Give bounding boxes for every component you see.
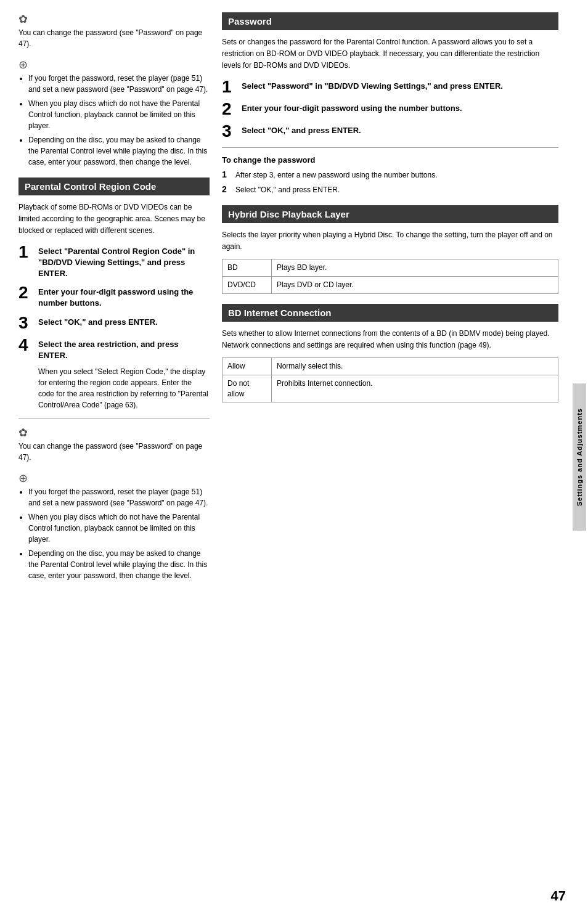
side-tab-label: Settings and Adjustments [573, 383, 586, 531]
side-tab: Settings and Adjustments [571, 0, 588, 914]
note-item: Depending on the disc, you may be asked … [28, 134, 210, 168]
note-item: Depending on the disc, you may be asked … [28, 548, 210, 581]
small-step-text: Select "OK," and press ENTER. [235, 184, 340, 195]
change-step-1: 1 After step 3, enter a new password usi… [222, 169, 558, 181]
step-number: 3 [18, 314, 32, 332]
table-row: Allow Normally select this. [223, 357, 558, 375]
password-step-2: 2 Enter your four-digit password using t… [222, 100, 558, 118]
note-item: If you forget the password, reset the pl… [28, 486, 210, 508]
table-cell-key: Do not allow [223, 375, 272, 402]
step-text: Select "OK," and press ENTER. [38, 314, 158, 328]
password-section-header: Password [222, 12, 558, 30]
step-text: Select "Password" in "BD/DVD Viewing Set… [242, 78, 503, 92]
right-column: Password Sets or changes the password fo… [222, 12, 558, 896]
note-list-2: If you forget the password, reset the pl… [18, 486, 210, 581]
step-number: 2 [222, 100, 235, 118]
step-number: 1 [222, 78, 235, 96]
parental-steps: 1 Select "Parental Control Region Code" … [18, 243, 210, 410]
note-item: When you play discs which do not have th… [28, 98, 210, 131]
note-list-1: If you forget the password, reset the pl… [18, 73, 210, 168]
note-block-1: ⊕ If you forget the password, reset the … [18, 58, 210, 168]
parental-step-2: 2 Enter your four-digit password using t… [18, 284, 210, 309]
step-text: Select "OK," and press ENTER. [242, 123, 361, 136]
table-row: BD Plays BD layer. [223, 259, 558, 276]
change-password-steps: 1 After step 3, enter a new password usi… [222, 169, 558, 195]
password-body-text: Sets or changes the password for the Par… [222, 36, 558, 72]
password-step-1: 1 Select "Password" in "BD/DVD Viewing S… [222, 78, 558, 96]
table-cell-value: Plays DVD or CD layer. [272, 276, 558, 293]
parental-section-header: Parental Control Region Code [18, 177, 210, 195]
table-cell-key: DVD/CD [223, 276, 272, 293]
divider-left [18, 418, 210, 418]
note-block-2: ⊕ If you forget the password, reset the … [18, 471, 210, 581]
bd-internet-table: Allow Normally select this. Do not allow… [222, 357, 558, 402]
step-text: Enter your four-digit password using the… [38, 284, 210, 309]
hybrid-table: BD Plays BD layer. DVD/CD Plays DVD or C… [222, 259, 558, 294]
step-sub-text: When you select "Select Region Code," th… [38, 366, 210, 410]
small-step-text: After step 3, enter a new password using… [235, 169, 438, 181]
bd-internet-body-text: Sets whether to allow Internet connectio… [222, 328, 558, 351]
step-text: Select the area restriction, and press E… [38, 337, 210, 361]
table-cell-key: Allow [223, 357, 272, 375]
table-cell-value: Plays BD layer. [272, 259, 558, 276]
step-number: 4 [18, 337, 32, 354]
small-step-number: 2 [222, 184, 231, 194]
password-step-3: 3 Select "OK," and press ENTER. [222, 123, 558, 140]
tip-block-1: ✿ You can change the password (see "Pass… [18, 12, 210, 49]
small-step-number: 1 [222, 169, 231, 179]
table-cell-value: Normally select this. [272, 357, 558, 375]
bd-internet-section-header: BD Internet Connection [222, 304, 558, 322]
table-row: DVD/CD Plays DVD or CD layer. [223, 276, 558, 293]
hybrid-body-text: Selects the layer priority when playing … [222, 229, 558, 253]
table-cell-value: Prohibits Internet connection. [272, 375, 558, 402]
step-number: 2 [18, 284, 32, 301]
table-cell-key: BD [223, 259, 272, 276]
page-number: 47 [551, 888, 566, 904]
note-item: When you play discs which do not have th… [28, 512, 210, 545]
step-text: Select "Parental Control Region Code" in… [38, 243, 210, 280]
note-icon-2: ⊕ [18, 471, 210, 485]
parental-step-3: 3 Select "OK," and press ENTER. [18, 314, 210, 332]
hybrid-section-header: Hybrid Disc Playback Layer [222, 205, 558, 223]
parental-step-4: 4 Select the area restriction, and press… [18, 337, 210, 361]
change-step-2: 2 Select "OK," and press ENTER. [222, 184, 558, 195]
tip-text-1: You can change the password (see "Passwo… [18, 27, 210, 49]
tip-block-2: ✿ You can change the password (see "Pass… [18, 426, 210, 463]
tip-icon-2: ✿ [18, 426, 210, 439]
step-number: 1 [18, 243, 32, 261]
step-text: Enter your four-digit password using the… [242, 100, 462, 114]
note-icon-1: ⊕ [18, 58, 210, 71]
left-column: ✿ You can change the password (see "Pass… [18, 12, 210, 896]
tip-icon-1: ✿ [18, 12, 210, 26]
table-row: Do not allow Prohibits Internet connecti… [223, 375, 558, 402]
step-number: 3 [222, 123, 235, 140]
tip-text-2: You can change the password (see "Passwo… [18, 441, 210, 463]
password-steps: 1 Select "Password" in "BD/DVD Viewing S… [222, 78, 558, 140]
divider-password [222, 147, 558, 148]
note-item: If you forget the password, reset the pl… [28, 73, 210, 95]
parental-step-1: 1 Select "Parental Control Region Code" … [18, 243, 210, 280]
change-password-heading: To change the password [222, 155, 558, 165]
parental-body-text: Playback of some BD-ROMs or DVD VIDEOs c… [18, 202, 210, 237]
